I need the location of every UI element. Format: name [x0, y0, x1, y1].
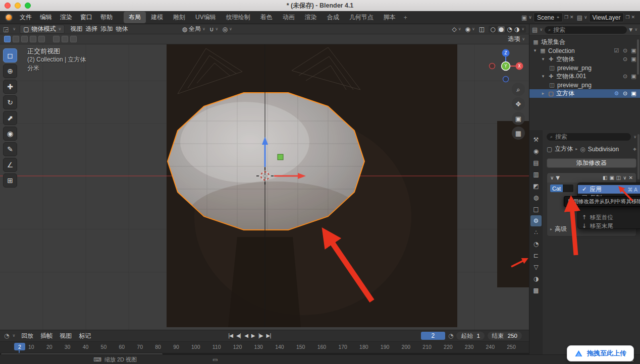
modifier-name-field[interactable]: Cat [550, 185, 573, 192]
xray-toggle-icon[interactable]: ◫ [479, 26, 485, 32]
orientation-selector[interactable]: ◍ 全局 ∨ [182, 25, 205, 33]
menu-item-apply[interactable]: ✓ 应用 ⌘ A [578, 185, 640, 194]
chevron-down-icon[interactable]: ∨ [634, 28, 637, 32]
tool-setting-icon[interactable] [53, 36, 60, 42]
select-mode-extend-icon[interactable] [13, 36, 19, 42]
solid-shading-icon[interactable]: ● [498, 26, 505, 32]
viewlayer-icon[interactable]: ▤ [577, 15, 582, 21]
rotate-tool[interactable]: ↻ [3, 95, 17, 109]
move-tool[interactable]: ✚ [3, 80, 17, 94]
playhead[interactable]: 2 [14, 343, 25, 350]
hide-eye-icon[interactable]: ⊙ [622, 74, 628, 79]
tool-options-button[interactable]: 选项 ∨ [508, 35, 525, 43]
frame-start-field[interactable]: 起始 1 [456, 332, 484, 340]
gizmo-visibility[interactable]: ◇ ∨ [452, 26, 461, 32]
playback-button[interactable]: |▶ [258, 333, 263, 338]
physics-tab-icon[interactable]: ◔ [530, 238, 542, 250]
scene-icon[interactable]: ▣ [521, 15, 527, 21]
breadcrumb-modifier[interactable]: Subdivision [588, 146, 619, 153]
delete-viewlayer-icon[interactable]: ✕ [631, 15, 635, 20]
workspace-tab[interactable]: 脚本 [379, 12, 401, 23]
workspace-tab[interactable]: 建模 [146, 12, 168, 23]
object-data-tab-icon[interactable]: ▽ [530, 262, 542, 273]
render-display-icon[interactable]: ◫ [616, 175, 621, 180]
scale-tool[interactable]: ⬈ [3, 111, 17, 125]
workspace-tab[interactable]: 动画 [278, 12, 300, 23]
tool-setting-icon[interactable] [62, 36, 68, 42]
viewport-menu-item[interactable]: 选择 [84, 25, 99, 33]
chevron-down-icon[interactable]: ∨ [12, 334, 15, 338]
viewlayer-tab-icon[interactable]: ▥ [530, 169, 542, 180]
particles-tab-icon[interactable]: ∴ [530, 227, 542, 238]
realtime-display-icon[interactable]: ▣ [609, 175, 614, 180]
wireframe-shading-icon[interactable]: ○ [490, 26, 495, 32]
render-camera-icon[interactable]: ▣ [630, 48, 637, 53]
properties-search-input[interactable]: ⌕ 搜索 [547, 133, 631, 141]
expand-icon[interactable]: ▸ [541, 91, 546, 96]
outliner-scrollbar[interactable] [637, 39, 639, 75]
menubar-item[interactable]: 窗口 [76, 12, 96, 23]
chevron-down-icon[interactable]: ∨ [633, 135, 636, 139]
zoom-icon[interactable]: ⌕ [512, 83, 525, 96]
view-axis-gizmo[interactable]: Z X Y [488, 47, 524, 84]
menubar-item[interactable]: 渲染 [56, 12, 76, 23]
add-modifier-button[interactable]: 添加修改器 [547, 158, 636, 168]
current-frame-field[interactable]: 2 [421, 332, 445, 340]
viewport-menu-item[interactable]: 物体 [114, 25, 129, 33]
select-box-tool[interactable]: ◻ [3, 48, 17, 63]
collapse-icon[interactable]: ▾ [532, 48, 538, 53]
delete-scene-icon[interactable]: ✕ [570, 15, 574, 20]
material-tab-icon[interactable]: ◑ [530, 273, 542, 284]
tool-tab-icon[interactable]: ⚒ [530, 134, 542, 145]
hide-eye-icon[interactable]: ⊙ [622, 91, 628, 96]
mode-selector[interactable]: ▢ 物体模式 ∨ [20, 25, 65, 34]
add-cube-tool[interactable]: ⊞ [3, 173, 17, 188]
menubar-item[interactable]: 帮助 [96, 12, 117, 23]
frame-end-field[interactable]: 结束 250 [488, 332, 522, 340]
cursor-tool[interactable]: ⊕ [3, 64, 17, 78]
scene-field[interactable]: Scene ⌖ [534, 13, 563, 22]
filter-icon[interactable]: ▼ [629, 28, 632, 32]
viewport-menu-item[interactable]: 视图 [69, 25, 84, 33]
outliner-row-collection[interactable]: ▾ ▦ Collection ☑ ⊙ ▣ [529, 46, 640, 55]
outliner-row-empty-001[interactable]: ▾ ✚ 空物体.001 ⊙ ▣ [529, 72, 640, 81]
workspace-tab[interactable]: 纹理绘制 [221, 12, 255, 23]
properties-scrollbar[interactable] [637, 134, 639, 179]
object-tab-icon[interactable]: □ [530, 204, 542, 215]
menu-item-move-last[interactable]: ↓ 移至末尾 [578, 222, 640, 230]
snapping-toggle[interactable]: ∪ ∨ [209, 26, 219, 32]
chevron-down-icon[interactable]: ∨ [540, 28, 543, 32]
workspace-tab[interactable]: + [401, 13, 410, 23]
world-tab-icon[interactable]: ◍ [530, 192, 542, 203]
chevron-down-icon[interactable]: ∨ [521, 27, 524, 31]
select-mode-set-icon[interactable] [4, 36, 11, 42]
copy-viewlayer-icon[interactable]: ❐ [625, 15, 629, 20]
rendered-shading-icon[interactable]: ◑ [514, 26, 519, 32]
material-shading-icon[interactable]: ◔ [507, 26, 512, 32]
workspace-tab[interactable]: 合成 [322, 12, 344, 23]
collapse-icon[interactable]: ▾ [541, 57, 546, 62]
menubar-item[interactable]: 编辑 [36, 12, 56, 23]
annotate-tool[interactable]: ✎ [3, 142, 17, 156]
select-mode-intersect-icon[interactable] [38, 36, 45, 42]
modifiers-tab-icon[interactable]: ⚙ [530, 215, 542, 226]
select-mode-invert-icon[interactable] [30, 36, 36, 42]
output-tab-icon[interactable]: ▤ [530, 157, 542, 168]
outliner-row-preview-png[interactable]: ◫ preview_png [529, 64, 640, 72]
menu-item-move-first[interactable]: ↑ 移至首位 [578, 213, 640, 222]
render-camera-icon[interactable]: ▣ [630, 91, 637, 96]
workspace-tab[interactable]: 几何节点 [344, 12, 379, 23]
render-camera-icon[interactable]: ▣ [630, 74, 637, 79]
pin-icon[interactable]: ⌖ [633, 146, 636, 152]
pin-icon[interactable]: ⌖ [557, 15, 559, 20]
workspace-tab[interactable]: 渲染 [300, 12, 322, 23]
chevron-down-icon[interactable]: ∨ [584, 15, 588, 20]
playback-button[interactable]: ◀| [236, 333, 241, 338]
texture-tab-icon[interactable]: ▩ [530, 285, 542, 296]
playback-button[interactable]: ▶ [251, 333, 255, 338]
upload-button[interactable]: 拖拽至此上传 [567, 345, 634, 361]
collapse-icon[interactable]: ∨ [550, 175, 554, 180]
workspace-tab[interactable]: UV编辑 [190, 12, 221, 23]
workspace-tab[interactable]: 雕刻 [168, 12, 190, 23]
outliner-search-input[interactable]: ⌕ 搜索 [545, 26, 627, 34]
